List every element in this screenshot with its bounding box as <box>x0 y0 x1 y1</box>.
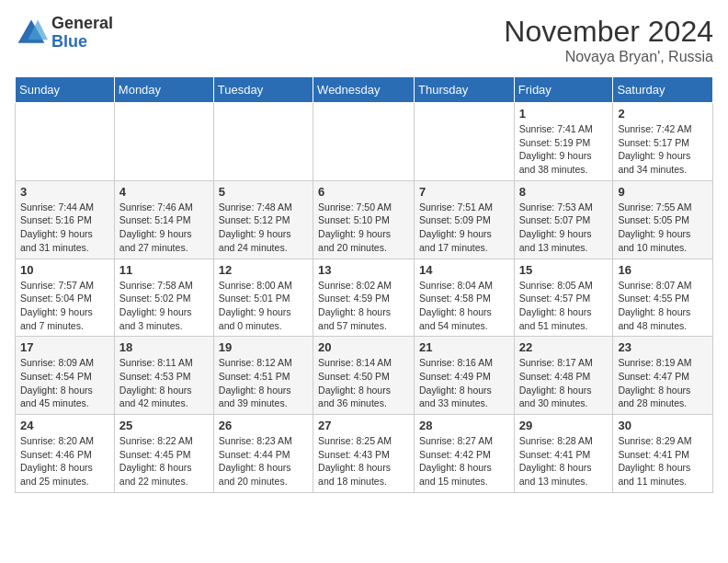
day-number: 2 <box>618 107 708 121</box>
calendar-cell: 1Sunrise: 7:41 AM Sunset: 5:19 PM Daylig… <box>514 103 613 181</box>
calendar-cell <box>313 103 415 181</box>
day-info: Sunrise: 8:04 AM Sunset: 4:58 PM Dayligh… <box>419 279 509 333</box>
day-info: Sunrise: 8:25 AM Sunset: 4:43 PM Dayligh… <box>318 434 409 488</box>
calendar-week-row: 1Sunrise: 7:41 AM Sunset: 5:19 PM Daylig… <box>16 103 713 181</box>
day-number: 1 <box>519 107 609 121</box>
day-info: Sunrise: 7:48 AM Sunset: 5:12 PM Dayligh… <box>219 201 308 255</box>
calendar-cell: 16Sunrise: 8:07 AM Sunset: 4:55 PM Dayli… <box>613 259 713 337</box>
day-number: 25 <box>119 419 209 432</box>
calendar-cell: 11Sunrise: 7:58 AM Sunset: 5:02 PM Dayli… <box>114 259 213 337</box>
calendar-cell: 3Sunrise: 7:44 AM Sunset: 5:16 PM Daylig… <box>16 180 115 259</box>
calendar-cell: 5Sunrise: 7:48 AM Sunset: 5:12 PM Daylig… <box>213 180 313 259</box>
logo-icon <box>15 17 48 50</box>
day-info: Sunrise: 8:11 AM Sunset: 4:53 PM Dayligh… <box>119 356 209 410</box>
weekday-header-row: SundayMondayTuesdayWednesdayThursdayFrid… <box>16 77 713 103</box>
day-info: Sunrise: 8:28 AM Sunset: 4:41 PM Dayligh… <box>519 434 609 488</box>
weekday-header: Thursday <box>415 77 515 103</box>
weekday-header: Wednesday <box>313 77 415 103</box>
calendar-cell: 17Sunrise: 8:09 AM Sunset: 4:54 PM Dayli… <box>16 337 115 415</box>
calendar-cell: 19Sunrise: 8:12 AM Sunset: 4:51 PM Dayli… <box>213 337 313 415</box>
day-number: 7 <box>419 185 509 199</box>
day-number: 13 <box>318 263 409 277</box>
day-info: Sunrise: 7:55 AM Sunset: 5:05 PM Dayligh… <box>618 201 708 255</box>
calendar-week-row: 10Sunrise: 7:57 AM Sunset: 5:04 PM Dayli… <box>16 259 713 337</box>
calendar-week-row: 24Sunrise: 8:20 AM Sunset: 4:46 PM Dayli… <box>16 415 713 493</box>
calendar-cell: 30Sunrise: 8:29 AM Sunset: 4:41 PM Dayli… <box>613 415 713 493</box>
day-info: Sunrise: 7:51 AM Sunset: 5:09 PM Dayligh… <box>419 201 509 255</box>
day-number: 15 <box>519 263 609 277</box>
calendar-cell: 15Sunrise: 8:05 AM Sunset: 4:57 PM Dayli… <box>514 259 613 337</box>
day-number: 23 <box>618 340 708 354</box>
title-area: November 2024 Novaya Bryan', Russia <box>504 15 713 65</box>
day-info: Sunrise: 7:44 AM Sunset: 5:16 PM Dayligh… <box>20 201 109 255</box>
calendar-cell <box>213 103 313 181</box>
calendar-cell: 23Sunrise: 8:19 AM Sunset: 4:47 PM Dayli… <box>613 337 713 415</box>
day-number: 20 <box>318 340 409 354</box>
day-info: Sunrise: 8:09 AM Sunset: 4:54 PM Dayligh… <box>20 356 109 410</box>
day-info: Sunrise: 8:27 AM Sunset: 4:42 PM Dayligh… <box>419 434 509 488</box>
day-number: 27 <box>318 419 409 432</box>
calendar-cell <box>114 103 213 181</box>
day-number: 30 <box>618 419 708 432</box>
day-info: Sunrise: 8:23 AM Sunset: 4:44 PM Dayligh… <box>219 434 308 488</box>
day-number: 5 <box>219 185 308 199</box>
day-number: 4 <box>119 185 209 199</box>
day-number: 9 <box>618 185 708 199</box>
day-info: Sunrise: 7:46 AM Sunset: 5:14 PM Dayligh… <box>119 201 209 255</box>
calendar-cell: 28Sunrise: 8:27 AM Sunset: 4:42 PM Dayli… <box>415 415 515 493</box>
calendar-cell <box>415 103 515 181</box>
day-number: 8 <box>519 185 609 199</box>
calendar-week-row: 3Sunrise: 7:44 AM Sunset: 5:16 PM Daylig… <box>16 180 713 259</box>
day-number: 22 <box>519 340 609 354</box>
calendar-cell: 20Sunrise: 8:14 AM Sunset: 4:50 PM Dayli… <box>313 337 415 415</box>
logo-blue-text: Blue <box>51 33 113 52</box>
day-number: 17 <box>20 340 109 354</box>
day-info: Sunrise: 7:57 AM Sunset: 5:04 PM Dayligh… <box>20 279 109 333</box>
logo: General Blue <box>15 15 113 52</box>
day-number: 3 <box>20 185 109 199</box>
calendar-cell: 18Sunrise: 8:11 AM Sunset: 4:53 PM Dayli… <box>114 337 213 415</box>
day-info: Sunrise: 8:22 AM Sunset: 4:45 PM Dayligh… <box>119 434 209 488</box>
day-info: Sunrise: 8:19 AM Sunset: 4:47 PM Dayligh… <box>618 356 708 410</box>
calendar-cell: 13Sunrise: 8:02 AM Sunset: 4:59 PM Dayli… <box>313 259 415 337</box>
logo-text: General Blue <box>51 15 113 52</box>
month-title: November 2024 <box>504 15 713 49</box>
calendar-cell: 26Sunrise: 8:23 AM Sunset: 4:44 PM Dayli… <box>213 415 313 493</box>
day-number: 19 <box>219 340 308 354</box>
calendar-cell: 25Sunrise: 8:22 AM Sunset: 4:45 PM Dayli… <box>114 415 213 493</box>
day-number: 26 <box>219 419 308 432</box>
header: General Blue November 2024 Novaya Bryan'… <box>15 15 713 65</box>
day-info: Sunrise: 7:53 AM Sunset: 5:07 PM Dayligh… <box>519 201 609 255</box>
day-number: 21 <box>419 340 509 354</box>
day-info: Sunrise: 8:17 AM Sunset: 4:48 PM Dayligh… <box>519 356 609 410</box>
day-info: Sunrise: 8:29 AM Sunset: 4:41 PM Dayligh… <box>618 434 708 488</box>
day-number: 10 <box>20 263 109 277</box>
day-number: 11 <box>119 263 209 277</box>
calendar-cell: 4Sunrise: 7:46 AM Sunset: 5:14 PM Daylig… <box>114 180 213 259</box>
calendar-cell: 9Sunrise: 7:55 AM Sunset: 5:05 PM Daylig… <box>613 180 713 259</box>
day-info: Sunrise: 7:50 AM Sunset: 5:10 PM Dayligh… <box>318 201 409 255</box>
day-info: Sunrise: 7:42 AM Sunset: 5:17 PM Dayligh… <box>618 122 708 177</box>
day-info: Sunrise: 8:00 AM Sunset: 5:01 PM Dayligh… <box>219 279 308 333</box>
day-info: Sunrise: 8:02 AM Sunset: 4:59 PM Dayligh… <box>318 279 409 333</box>
day-info: Sunrise: 8:16 AM Sunset: 4:49 PM Dayligh… <box>419 356 509 410</box>
calendar-table: SundayMondayTuesdayWednesdayThursdayFrid… <box>15 76 713 493</box>
logo-general-text: General <box>51 15 113 33</box>
day-number: 28 <box>419 419 509 432</box>
calendar-cell: 21Sunrise: 8:16 AM Sunset: 4:49 PM Dayli… <box>415 337 515 415</box>
calendar-cell: 6Sunrise: 7:50 AM Sunset: 5:10 PM Daylig… <box>313 180 415 259</box>
calendar-cell: 27Sunrise: 8:25 AM Sunset: 4:43 PM Dayli… <box>313 415 415 493</box>
day-info: Sunrise: 7:41 AM Sunset: 5:19 PM Dayligh… <box>519 122 609 177</box>
day-number: 18 <box>119 340 209 354</box>
calendar-cell: 7Sunrise: 7:51 AM Sunset: 5:09 PM Daylig… <box>415 180 515 259</box>
day-info: Sunrise: 8:05 AM Sunset: 4:57 PM Dayligh… <box>519 279 609 333</box>
day-number: 12 <box>219 263 308 277</box>
day-info: Sunrise: 7:58 AM Sunset: 5:02 PM Dayligh… <box>119 279 209 333</box>
calendar-week-row: 17Sunrise: 8:09 AM Sunset: 4:54 PM Dayli… <box>16 337 713 415</box>
day-info: Sunrise: 8:14 AM Sunset: 4:50 PM Dayligh… <box>318 356 409 410</box>
calendar-cell: 14Sunrise: 8:04 AM Sunset: 4:58 PM Dayli… <box>415 259 515 337</box>
weekday-header: Monday <box>114 77 213 103</box>
day-number: 6 <box>318 185 409 199</box>
calendar-cell: 2Sunrise: 7:42 AM Sunset: 5:17 PM Daylig… <box>613 103 713 181</box>
weekday-header: Tuesday <box>213 77 313 103</box>
